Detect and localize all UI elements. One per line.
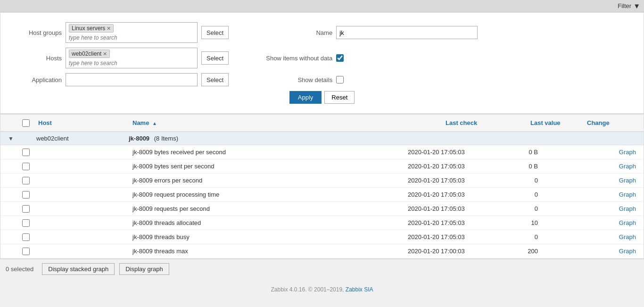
show-items-checkbox[interactable] [336, 54, 344, 62]
row-last-check-0: 2020-01-20 17:05:03 [404, 148, 489, 157]
host-groups-input[interactable]: Linux servers ✕ [66, 22, 198, 43]
row-graph-2[interactable]: Graph [602, 176, 640, 185]
row-last-value-7: 200 [489, 247, 545, 256]
select-all-checkbox[interactable] [22, 119, 30, 127]
row-last-check-5: 2020-01-20 17:05:03 [404, 218, 489, 227]
display-graph-button[interactable]: Display graph [119, 263, 169, 275]
apply-button[interactable]: Apply [289, 91, 322, 104]
application-select-button[interactable]: Select [201, 73, 229, 86]
items-table: Host Name ▲ Last check Last value Change… [0, 114, 644, 259]
page-footer: Zabbix 4.0.16. © 2001–2019, Zabbix SIA [0, 279, 644, 300]
row-checkbox-6[interactable] [22, 233, 30, 241]
host-tag-close[interactable]: ✕ [103, 51, 107, 57]
row-last-check-3: 2020-01-20 17:05:03 [404, 190, 489, 199]
graph-link-7[interactable]: Graph [619, 248, 636, 255]
reset-button[interactable]: Reset [324, 91, 355, 104]
row-graph-3[interactable]: Graph [602, 190, 640, 199]
row-name-4: jk-8009 requests per second [129, 204, 404, 213]
row-checkbox-2[interactable] [22, 177, 30, 184]
row-checkbox-cell-7[interactable] [17, 248, 34, 255]
row-checkbox-cell-5[interactable] [17, 219, 34, 227]
row-checkbox-cell-2[interactable] [17, 177, 34, 184]
name-input[interactable] [336, 26, 478, 39]
table-row: jk-8009 bytes sent per second 2020-01-20… [0, 159, 644, 174]
filter-button[interactable]: Filter ▼ [618, 2, 640, 10]
table-row: jk-8009 requests per second 2020-01-20 1… [0, 202, 644, 216]
graph-link-2[interactable]: Graph [619, 177, 636, 184]
row-last-check-6: 2020-01-20 17:05:03 [404, 232, 489, 241]
th-last-value[interactable]: Last value [527, 117, 583, 128]
group-toggle[interactable]: ▼ [4, 135, 17, 142]
row-change-7 [545, 250, 602, 252]
row-checkbox-cell-1[interactable] [17, 163, 34, 170]
th-name[interactable]: Name ▲ [129, 117, 442, 128]
row-checkbox-cell-3[interactable] [17, 191, 34, 199]
down-arrow-icon: ▼ [8, 135, 14, 142]
hosts-row: Hosts web02client ✕ Select [15, 48, 229, 68]
host-groups-select-button[interactable]: Select [201, 26, 229, 39]
row-name-2: jk-8009 errors per second [129, 176, 404, 185]
table-row: jk-8009 threads max 2020-01-20 17:00:03 … [0, 244, 644, 258]
selected-count: 0 selected [6, 266, 33, 273]
row-change-2 [545, 180, 602, 182]
name-row: Name [248, 22, 478, 43]
row-checkbox-5[interactable] [22, 219, 30, 227]
row-name-0: jk-8009 bytes received per second [129, 148, 404, 157]
hosts-input[interactable]: web02client ✕ [66, 48, 198, 68]
row-checkbox-1[interactable] [22, 163, 30, 170]
host-groups-label: Host groups [15, 29, 62, 36]
table-row: jk-8009 request processing time 2020-01-… [0, 188, 644, 202]
col-checkbox-header[interactable] [17, 119, 34, 127]
graph-link-1[interactable]: Graph [619, 163, 636, 170]
graph-link-4[interactable]: Graph [619, 205, 636, 212]
th-last-check[interactable]: Last check [442, 117, 527, 128]
display-stacked-graph-button[interactable]: Display stacked graph [42, 263, 115, 275]
row-graph-0[interactable]: Graph [602, 148, 640, 157]
row-host-6 [34, 236, 129, 238]
row-name-7: jk-8009 threads max [129, 247, 404, 256]
row-graph-4[interactable]: Graph [602, 204, 640, 213]
host-groups-row: Host groups Linux servers ✕ Select [15, 22, 229, 43]
th-change[interactable]: Change [583, 117, 640, 128]
row-checkbox-0[interactable] [22, 149, 30, 156]
group-name: jk-8009 (8 Items) [129, 135, 640, 142]
graph-link-6[interactable]: Graph [619, 233, 636, 241]
show-details-checkbox[interactable] [336, 76, 344, 83]
row-name-6: jk-8009 threads busy [129, 232, 404, 241]
row-graph-5[interactable]: Graph [602, 218, 640, 227]
th-host[interactable]: Host [34, 117, 129, 128]
row-graph-6[interactable]: Graph [602, 232, 640, 241]
show-items-row: Show items without data [248, 48, 344, 68]
row-change-3 [545, 194, 602, 196]
group-host: web02client [34, 135, 129, 142]
name-label: Name [248, 29, 332, 36]
row-checkbox-4[interactable] [22, 205, 30, 213]
host-groups-search[interactable] [69, 34, 194, 41]
row-change-4 [545, 208, 602, 210]
hosts-search[interactable] [69, 60, 194, 66]
graph-link-5[interactable]: Graph [619, 219, 636, 226]
row-checkbox-cell-4[interactable] [17, 205, 34, 213]
application-row: Application Select [15, 73, 229, 86]
application-input[interactable] [66, 73, 198, 86]
row-checkbox-cell-6[interactable] [17, 233, 34, 241]
graph-link-0[interactable]: Graph [619, 149, 636, 156]
host-tag: web02client ✕ [69, 50, 110, 58]
row-name-5: jk-8009 threads allocated [129, 218, 404, 227]
hosts-select-button[interactable]: Select [201, 51, 229, 65]
show-details-row: Show details [248, 73, 344, 86]
zabbix-sia-link[interactable]: Zabbix SIA [346, 286, 373, 293]
row-host-4 [34, 208, 129, 210]
row-last-check-1: 2020-01-20 17:05:03 [404, 162, 489, 171]
row-graph-1[interactable]: Graph [602, 162, 640, 171]
row-name-3: jk-8009 request processing time [129, 190, 404, 199]
row-checkbox-3[interactable] [22, 191, 30, 199]
row-change-6 [545, 236, 602, 238]
row-last-value-3: 0 [489, 190, 545, 199]
row-checkbox-7[interactable] [22, 248, 30, 255]
graph-link-3[interactable]: Graph [619, 191, 636, 198]
row-graph-7[interactable]: Graph [602, 247, 640, 256]
row-host-3 [34, 194, 129, 196]
row-checkbox-cell-0[interactable] [17, 149, 34, 156]
host-group-tag-close[interactable]: ✕ [107, 25, 111, 32]
